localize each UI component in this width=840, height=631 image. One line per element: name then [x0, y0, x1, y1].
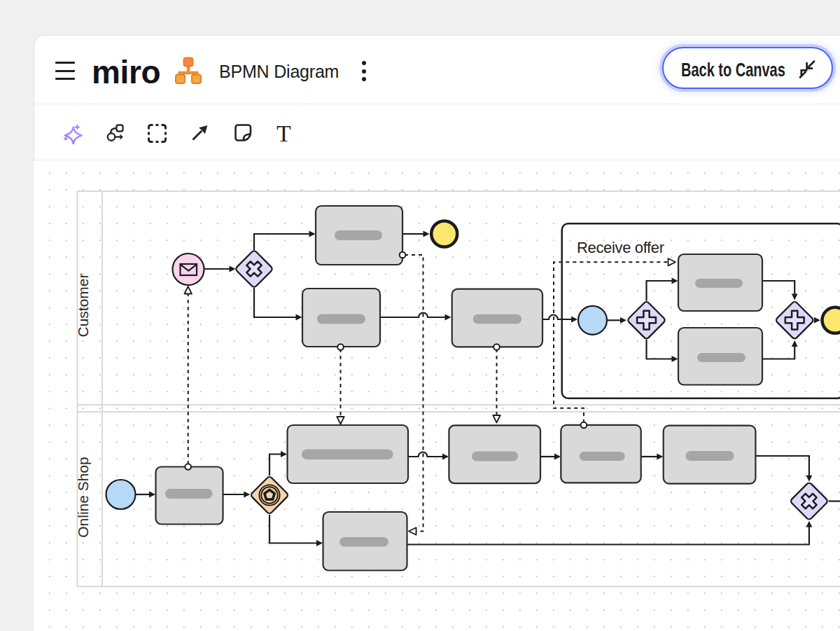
svg-text:Receive offer: Receive offer: [577, 239, 664, 256]
svg-text:Customer: Customer: [75, 273, 91, 337]
svg-text:Online Shop: Online Shop: [75, 457, 91, 538]
